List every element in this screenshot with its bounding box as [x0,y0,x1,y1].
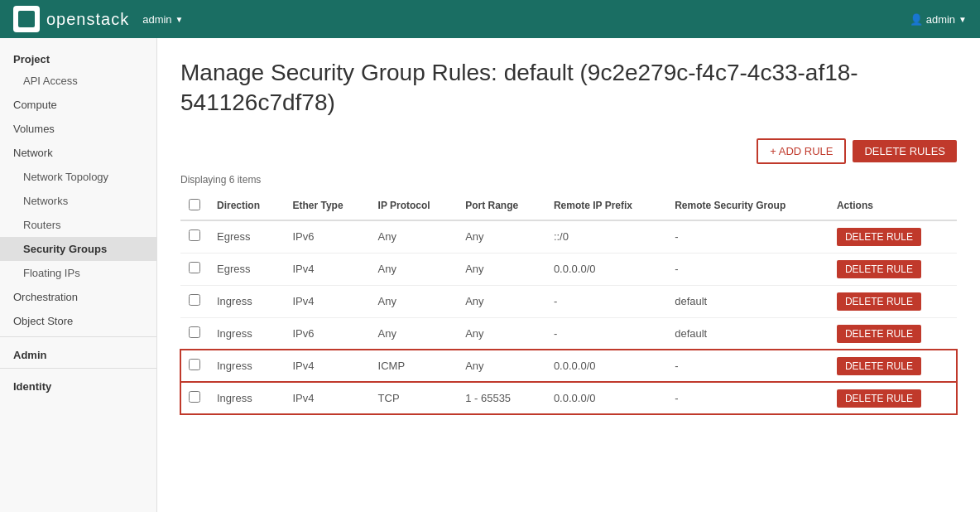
security-rules-table: Direction Ether Type IP Protocol Port Ra… [180,192,957,415]
sidebar-item-floating-ips[interactable]: Floating IPs [0,261,156,285]
row-remote-ip: 0.0.0.0/0 [545,382,666,414]
row-checkbox-5[interactable] [189,359,200,370]
sidebar-item-api-access[interactable]: API Access [0,69,156,93]
row-actions: DELETE RULE [829,317,957,350]
row-direction: Ingress [209,285,284,317]
logo-inner [18,11,35,27]
sidebar-project-title: Project [0,45,156,69]
navbar-logo-text: openstack [46,10,129,29]
table-row: Egress IPv4 Any Any 0.0.0.0/0 - DELETE R… [180,253,957,285]
table-row: Ingress IPv4 TCP 1 - 65535 0.0.0.0/0 - D… [180,382,957,414]
row-ip-protocol: Any [370,317,458,350]
row-remote-sg: - [666,350,829,382]
delete-rule-button-2[interactable]: DELETE RULE [837,260,921,278]
delete-rule-button-1[interactable]: DELETE RULE [837,228,921,246]
row-checkbox-1[interactable] [189,229,200,241]
row-remote-sg: default [666,285,829,317]
row-ip-protocol: Any [370,220,458,254]
delete-rule-button-3[interactable]: DELETE RULE [837,292,921,311]
row-direction: Egress [209,220,284,254]
navbar-user-caret: ▼ [958,15,967,24]
table-row: Ingress IPv4 ICMP Any 0.0.0.0/0 - DELETE… [180,350,957,382]
row-checkbox-cell [180,220,209,254]
navbar-admin-menu[interactable]: admin ▼ [142,13,183,26]
col-remote-sg: Remote Security Group [666,192,829,220]
sidebar-divider [0,336,156,337]
col-direction: Direction [209,192,284,220]
row-remote-sg: - [666,220,829,254]
row-remote-ip: 0.0.0.0/0 [545,350,666,382]
toolbar: + ADD RULE DELETE RULES [180,138,957,164]
sidebar-item-compute[interactable]: Compute [0,93,156,117]
row-ether-type: IPv4 [284,350,369,382]
table-row: Egress IPv6 Any Any ::/0 - DELETE RULE [180,220,957,254]
col-ip-protocol: IP Protocol [370,192,458,220]
row-ether-type: IPv4 [284,285,369,317]
row-direction: Egress [209,253,284,285]
row-checkbox-2[interactable] [189,262,200,273]
delete-rules-button[interactable]: DELETE RULES [853,140,957,162]
row-ip-protocol: Any [370,285,458,317]
sidebar-item-volumes[interactable]: Volumes [0,117,156,141]
select-all-checkbox[interactable] [189,199,200,210]
row-ip-protocol: Any [370,253,458,285]
navbar: openstack admin ▼ 👤 admin ▼ [0,0,980,38]
row-checkbox-cell [180,253,209,285]
col-checkbox [180,192,209,220]
row-remote-ip: - [545,317,666,350]
row-remote-sg: - [666,253,829,285]
table-row: Ingress IPv6 Any Any - default DELETE RU… [180,317,957,350]
page-title: Manage Security Group Rules: default (9c… [180,58,957,118]
row-remote-sg: - [666,382,829,414]
col-actions: Actions [829,192,957,220]
row-actions: DELETE RULE [829,382,957,414]
row-ether-type: IPv4 [284,382,369,414]
row-direction: Ingress [209,317,284,350]
row-actions: DELETE RULE [829,285,957,317]
col-remote-ip: Remote IP Prefix [545,192,666,220]
sidebar-item-network[interactable]: Network [0,141,156,165]
col-port-range: Port Range [457,192,545,220]
row-checkbox-cell [180,285,209,317]
sidebar-item-networks[interactable]: Networks [0,189,156,213]
row-port-range: 1 - 65535 [457,382,545,414]
row-remote-ip: 0.0.0.0/0 [545,253,666,285]
sidebar-item-object-store[interactable]: Object Store [0,309,156,333]
content-area: Manage Security Group Rules: default (9c… [157,38,980,512]
sidebar-item-orchestration[interactable]: Orchestration [0,285,156,309]
navbar-user-menu[interactable]: 👤 admin ▼ [910,13,967,26]
row-remote-sg: default [666,317,829,350]
row-actions: DELETE RULE [829,253,957,285]
navbar-left: openstack admin ▼ [13,6,184,32]
logo-box [13,6,40,32]
row-checkbox-6[interactable] [189,391,200,403]
delete-rule-button-4[interactable]: DELETE RULE [837,325,921,343]
sidebar-identity-title: Identity [0,372,156,396]
table-row: Ingress IPv4 Any Any - default DELETE RU… [180,285,957,317]
sidebar-item-security-groups[interactable]: Security Groups [0,237,156,261]
row-checkbox-cell [180,382,209,414]
navbar-user-label: admin [926,13,955,26]
sidebar-item-network-topology[interactable]: Network Topology [0,165,156,189]
add-rule-button[interactable]: + ADD RULE [757,138,846,164]
sidebar: Project API Access Compute Volumes Netwo… [0,38,157,512]
row-checkbox-4[interactable] [189,326,200,338]
row-actions: DELETE RULE [829,220,957,254]
main-layout: Project API Access Compute Volumes Netwo… [0,38,980,512]
row-checkbox-cell [180,317,209,350]
col-ether-type: Ether Type [284,192,369,220]
row-checkbox-3[interactable] [189,294,200,306]
delete-rule-button-5[interactable]: DELETE RULE [837,357,921,375]
sidebar-item-routers[interactable]: Routers [0,213,156,237]
row-remote-ip: ::/0 [545,220,666,254]
row-port-range: Any [457,253,545,285]
navbar-logo: openstack [13,6,129,32]
row-ether-type: IPv6 [284,317,369,350]
row-port-range: Any [457,350,545,382]
delete-rule-button-6[interactable]: DELETE RULE [837,389,921,408]
sidebar-divider2 [0,368,156,369]
row-port-range: Any [457,317,545,350]
navbar-admin-caret: ▼ [175,15,184,24]
row-ether-type: IPv4 [284,253,369,285]
table-header-row: Direction Ether Type IP Protocol Port Ra… [180,192,957,220]
